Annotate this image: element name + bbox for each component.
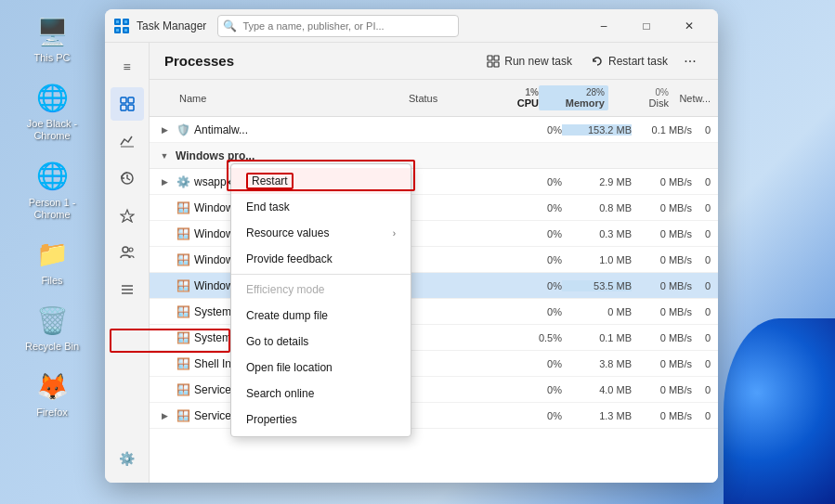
maximize-button[interactable]: □	[625, 9, 668, 43]
process-row-antimalware[interactable]: ▶ 🛡️ Antimalw... 0% 153.2 MB 0.1 MB/s 0	[150, 117, 718, 143]
desktop-icon-recycle-bin[interactable]: 🗑️ Recycle Bin	[19, 298, 85, 356]
go-to-details-label: Go to details	[246, 335, 308, 348]
desktop-icon-joe-black-chrome[interactable]: 🌐 Joe Black -Chrome	[19, 75, 85, 146]
context-menu-go-to-details[interactable]: Go to details	[231, 329, 411, 355]
process-memory: 53.5 MB	[562, 280, 632, 291]
search-wrapper[interactable]: 🔍	[217, 15, 459, 37]
process-disk: 0 MB/s	[632, 280, 692, 291]
context-menu-resource-values[interactable]: Resource values ›	[231, 220, 411, 246]
expand-icon	[157, 356, 172, 371]
context-menu-create-dump[interactable]: Create dump file	[231, 303, 411, 329]
process-memory: 0.1 MB	[562, 332, 632, 343]
context-menu-open-file-location[interactable]: Open file location	[231, 355, 411, 381]
process-disk: 0 MB/s	[632, 358, 692, 369]
desktop-icon-this-pc[interactable]: 🖥️ This PC	[19, 9, 85, 68]
create-dump-label: Create dump file	[246, 309, 328, 322]
this-pc-label: This PC	[33, 52, 70, 64]
files-label: Files	[41, 275, 62, 287]
process-cpu: 0%	[506, 124, 562, 136]
recycle-bin-icon: 🗑️	[33, 302, 71, 339]
col-header-disk[interactable]: 0% Disk	[608, 87, 669, 109]
context-menu-efficiency-mode: Efficiency mode	[231, 277, 411, 303]
context-menu-divider	[231, 274, 411, 275]
expand-icon	[157, 330, 172, 345]
process-network: 0	[692, 124, 711, 136]
sidebar-app-history-button[interactable]	[111, 162, 144, 195]
process-memory: 0.3 MB	[562, 228, 632, 239]
col-header-memory[interactable]: 28% Memory	[539, 85, 608, 110]
process-memory: 3.8 MB	[562, 358, 632, 369]
process-network: 0	[692, 280, 711, 291]
context-menu-provide-feedback[interactable]: Provide feedback	[231, 246, 411, 272]
svg-rect-11	[128, 105, 134, 110]
joe-black-chrome-label: Joe Black -Chrome	[27, 118, 77, 142]
windows-icon: 🪟	[176, 382, 190, 397]
process-memory: 1.0 MB	[562, 254, 632, 265]
expand-icon[interactable]: ▶	[157, 174, 172, 189]
section-label: Windows pro...	[176, 149, 254, 162]
col-header-name[interactable]: Name	[179, 93, 409, 104]
process-name-antimalware: Antimalw...	[194, 123, 432, 136]
efficiency-mode-label: Efficiency mode	[246, 283, 325, 296]
minimize-button[interactable]: –	[582, 9, 625, 43]
run-new-task-button[interactable]: Run new task	[477, 50, 581, 72]
restart-label: Restart	[246, 173, 294, 189]
sidebar-processes-button[interactable]	[111, 87, 144, 121]
desktop-icon-files[interactable]: 📁 Files	[19, 232, 85, 291]
task-manager-window: Task Manager 🔍 – □ ✕ ≡	[105, 9, 718, 483]
close-button[interactable]: ✕	[668, 9, 711, 43]
process-disk: 0 MB/s	[632, 254, 692, 265]
process-network: 0	[692, 306, 711, 317]
section-expand-icon[interactable]: ▼	[157, 149, 172, 163]
process-memory: 2.9 MB	[562, 176, 632, 187]
restart-task-button[interactable]: Restart task	[581, 50, 677, 72]
process-disk: 0 MB/s	[632, 332, 692, 343]
context-menu-restart[interactable]: Restart	[231, 168, 411, 194]
more-options-button[interactable]: ···	[677, 48, 703, 74]
svg-rect-8	[121, 97, 126, 103]
svg-rect-4	[116, 20, 119, 23]
desktop-icons: 🖥️ This PC 🌐 Joe Black -Chrome 🌐 Person …	[19, 9, 85, 423]
provide-feedback-label: Provide feedback	[246, 252, 333, 265]
expand-icon[interactable]: ▶	[157, 408, 172, 423]
col-header-cpu[interactable]: 1% CPU	[483, 87, 539, 109]
context-menu-properties[interactable]: Properties	[231, 407, 411, 433]
context-menu: Restart End task Resource values › Provi…	[230, 163, 411, 437]
process-disk: 0 MB/s	[632, 202, 692, 213]
svg-point-15	[129, 248, 133, 252]
windows-icon: 🪟	[176, 356, 190, 371]
process-cpu: 0%	[506, 228, 562, 239]
process-disk: 0 MB/s	[632, 176, 692, 187]
windows-icon: 🪟	[176, 200, 190, 215]
sidebar-details-button[interactable]	[111, 273, 144, 306]
sidebar-users-button[interactable]	[111, 236, 144, 269]
col-header-network[interactable]: Netw...	[669, 93, 711, 104]
end-task-label: End task	[246, 200, 290, 213]
process-network: 0	[692, 384, 711, 395]
sidebar-performance-button[interactable]	[111, 124, 144, 158]
context-menu-end-task[interactable]: End task	[231, 194, 411, 220]
sidebar-startup-button[interactable]	[111, 199, 144, 232]
desktop-icon-firefox[interactable]: 🦊 Firefox	[19, 364, 85, 422]
process-network: 0	[692, 228, 711, 239]
restart-task-label: Restart task	[608, 55, 668, 68]
sidebar-menu-button[interactable]: ≡	[111, 50, 144, 84]
context-menu-search-online[interactable]: Search online	[231, 381, 411, 407]
process-network: 0	[692, 332, 711, 343]
open-file-location-label: Open file location	[246, 361, 333, 374]
sidebar-settings-button[interactable]: ⚙️	[111, 442, 144, 475]
search-input[interactable]	[217, 15, 459, 37]
process-disk: 0 MB/s	[632, 306, 692, 317]
restart-icon	[591, 55, 604, 68]
process-cpu: 0%	[506, 280, 562, 291]
window-title: Task Manager	[137, 19, 206, 32]
windows-icon: 🪟	[176, 330, 190, 345]
process-cpu: 0%	[506, 254, 562, 265]
process-network: 0	[692, 176, 711, 187]
firefox-label: Firefox	[36, 407, 68, 419]
desktop-icon-person1-chrome[interactable]: 🌐 Person 1 -Chrome	[19, 154, 85, 225]
window-controls: – □ ✕	[582, 9, 711, 43]
process-network: 0	[692, 358, 711, 369]
col-header-status[interactable]: Status	[409, 93, 483, 104]
expand-icon[interactable]: ▶	[157, 123, 172, 137]
